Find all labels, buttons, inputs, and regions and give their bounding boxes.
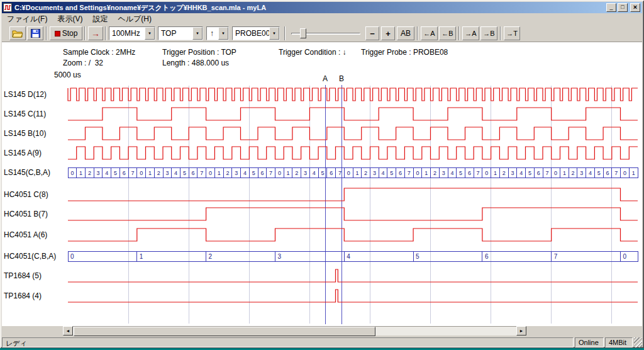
svg-text:4: 4	[589, 170, 592, 176]
svg-text:7: 7	[545, 170, 548, 176]
zoom-out-button[interactable]: −	[365, 26, 379, 40]
sample-rate-value: 100MHz	[109, 27, 145, 40]
svg-text:6: 6	[192, 170, 195, 176]
goto-a-fwd-button[interactable]: →A	[462, 26, 479, 40]
svg-text:0: 0	[554, 170, 557, 176]
svg-text:6: 6	[260, 170, 264, 176]
svg-text:6: 6	[537, 170, 540, 176]
svg-text:2: 2	[364, 170, 367, 176]
svg-text:0: 0	[347, 170, 350, 176]
svg-text:3: 3	[580, 170, 583, 176]
svg-text:1: 1	[287, 170, 290, 176]
marker-a-label[interactable]: A	[321, 74, 330, 83]
svg-text:4: 4	[174, 170, 177, 176]
svg-text:3: 3	[278, 253, 282, 260]
sample-rate-select[interactable]: 100MHz ▼	[109, 26, 155, 40]
open-file-button[interactable]	[9, 26, 26, 40]
svg-text:4: 4	[243, 170, 247, 176]
svg-text:5: 5	[597, 170, 601, 176]
goto-trigger-button[interactable]: →T	[504, 26, 520, 40]
svg-text:6: 6	[399, 170, 402, 176]
svg-text:4: 4	[519, 170, 523, 176]
svg-text:1: 1	[218, 170, 221, 176]
ab-button[interactable]: AB	[397, 26, 414, 40]
svg-text:5: 5	[459, 170, 462, 176]
trigger-probe-value: PROBE00	[233, 27, 269, 40]
svg-text:2: 2	[157, 170, 160, 176]
trigger-condition-text: Trigger Condition : ↓	[279, 48, 347, 57]
svg-text:7: 7	[131, 170, 134, 176]
chevron-down-icon[interactable]: ▼	[145, 27, 155, 40]
svg-text:0: 0	[623, 253, 627, 260]
time-per-div-label: 5000 us	[54, 71, 81, 79]
trigger-probe-select[interactable]: PROBE00 ▼	[232, 26, 280, 40]
stop-button[interactable]: Stop	[50, 26, 82, 40]
status-ready: レディ	[2, 337, 574, 347]
svg-text:5: 5	[528, 170, 531, 176]
status-bar: レディ Online 4MBit	[2, 337, 642, 347]
close-button[interactable]: ×	[630, 3, 640, 12]
toolbar-separator	[500, 26, 501, 40]
chevron-down-icon[interactable]: ▼	[218, 27, 228, 40]
zoom-text: Zoom : / 32	[63, 59, 103, 67]
scrollbar-track[interactable]	[73, 326, 516, 336]
maximize-button[interactable]: □	[618, 3, 628, 12]
svg-text:7: 7	[477, 170, 480, 176]
stop-label: Stop	[62, 29, 78, 38]
svg-text:0: 0	[70, 253, 74, 260]
slider-thumb[interactable]	[300, 28, 306, 38]
svg-text:7: 7	[554, 253, 558, 260]
menu-settings[interactable]: 設定	[87, 13, 113, 25]
trigger-probe-text: Trigger Probe : PROBE08	[361, 48, 448, 57]
chevron-down-icon[interactable]: ▼	[192, 27, 203, 40]
svg-text:6: 6	[468, 170, 471, 176]
svg-text:4: 4	[347, 253, 350, 260]
goto-a-back-button[interactable]: ←A	[421, 26, 438, 40]
minimize-button[interactable]: _	[606, 3, 616, 12]
svg-text:0: 0	[70, 170, 74, 176]
svg-text:0: 0	[416, 170, 419, 176]
svg-text:4: 4	[382, 170, 385, 176]
trigger-edge-select[interactable]: ↑ ▼	[206, 26, 229, 40]
scroll-left-button[interactable]: ◄	[63, 326, 73, 336]
svg-text:1: 1	[632, 170, 635, 176]
app-window: C:¥Documents and Settings¥noname¥デスクトップ¥…	[0, 0, 644, 348]
save-icon	[31, 29, 40, 38]
svg-text:6: 6	[330, 170, 333, 176]
menu-view[interactable]: 表示(V)	[52, 13, 87, 25]
goto-b-fwd-button[interactable]: →B	[480, 26, 497, 40]
toolbar-separator	[458, 26, 460, 40]
zoom-slider[interactable]	[290, 26, 362, 40]
chevron-down-icon[interactable]: ▼	[269, 27, 279, 40]
scrollbar-thumb[interactable]	[74, 327, 375, 336]
svg-text:6: 6	[606, 170, 609, 176]
svg-text:2: 2	[502, 170, 506, 176]
menu-help[interactable]: ヘルプ(H)	[113, 13, 157, 25]
stop-icon	[55, 31, 60, 37]
svg-text:4: 4	[313, 170, 316, 176]
goto-b-back-button[interactable]: ←B	[439, 26, 456, 40]
horizontal-scrollbar[interactable]: ◄ ►	[63, 326, 526, 336]
folder-open-icon	[12, 30, 23, 38]
svg-text:5: 5	[416, 253, 419, 260]
svg-text:2: 2	[572, 170, 575, 176]
waveform-plot[interactable]: 0123456701234567012345670123456701234567…	[0, 83, 644, 326]
trigger-position-select[interactable]: TOP ▼	[158, 26, 203, 40]
run-button[interactable]: →	[88, 26, 103, 40]
scroll-right-button[interactable]: ►	[516, 326, 526, 336]
toolbar: Stop → 100MHz ▼ TOP ▼ ↑ ▼ PROBE00 ▼ − +	[2, 25, 642, 42]
menu-file[interactable]: ファイル(F)	[2, 13, 52, 25]
svg-text:6: 6	[123, 170, 126, 176]
title-bar: C:¥Documents and Settings¥noname¥デスクトップ¥…	[2, 2, 642, 13]
save-button[interactable]	[27, 26, 43, 40]
svg-text:3: 3	[511, 170, 514, 176]
marker-b-label[interactable]: B	[337, 74, 346, 83]
svg-text:3: 3	[235, 170, 238, 176]
svg-text:1: 1	[494, 170, 497, 176]
toolbar-separator	[105, 26, 106, 40]
trigger-edge-value: ↑	[207, 27, 218, 40]
zoom-in-button[interactable]: +	[381, 26, 395, 40]
resize-grip[interactable]	[634, 337, 642, 347]
svg-text:1: 1	[148, 170, 152, 176]
svg-text:5: 5	[114, 170, 117, 176]
